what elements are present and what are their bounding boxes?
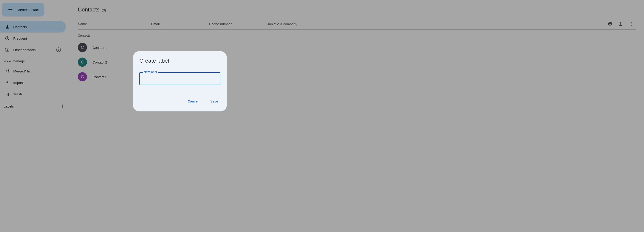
save-button[interactable]: Save — [208, 97, 220, 105]
cancel-button[interactable]: Cancel — [185, 97, 201, 105]
dialog-title: Create label — [139, 58, 220, 64]
input-floating-label: New label — [142, 70, 158, 74]
new-label-input[interactable] — [139, 72, 220, 85]
create-label-dialog: Create label New label Cancel Save — [133, 51, 227, 111]
modal-overlay[interactable]: Create label New label Cancel Save — [0, 0, 644, 232]
